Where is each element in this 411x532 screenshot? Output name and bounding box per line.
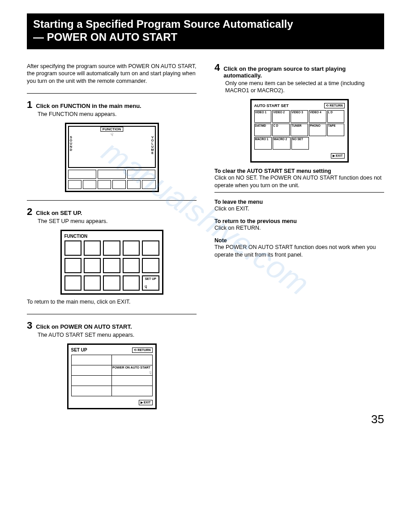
previous-text: Click on RETURN. (214, 224, 384, 232)
step-4-number: 4 (214, 63, 220, 73)
step-4-diagram: AUTO START SET ⟲RETURN VIDEO 1 VIDEO 2 V… (250, 99, 349, 163)
setup-label: SET UP (144, 277, 157, 280)
step-1-number: 1 (27, 100, 32, 110)
source-macro2: MACRO 2 (274, 138, 290, 141)
source-tuner: TUNER (291, 124, 307, 128)
note-heading: Note (214, 237, 384, 244)
function-header: FUNCTION (64, 234, 88, 239)
sound-label: SOUND (69, 136, 73, 151)
step-1: 1 Click on FUNCTION in the main menu. Th… (27, 100, 197, 192)
clear-text: Click on NO SET. The POWER ON AUTO START… (214, 174, 384, 189)
setup-header: SET UP (71, 348, 87, 352)
source-cd: C D (273, 124, 289, 128)
title-line-2: — POWER ON AUTO START (33, 31, 378, 44)
separator (27, 200, 197, 201)
step-4-title: Click on the program source to start pla… (223, 65, 384, 79)
step-3: 3 Click on POWER ON AUTO START. The AUTO… (27, 321, 197, 409)
source-macro1: MACRO 1 (255, 138, 271, 141)
left-column: After specifying the program source with… (27, 63, 197, 417)
step-1-title: Click on FUNCTION in the main menu. (36, 103, 141, 109)
intro-text: After specifying the program source with… (27, 63, 197, 86)
separator (27, 314, 197, 314)
source-tape: TAPE (328, 124, 344, 128)
power-on-auto-start-label: POWER ON AUTO START (112, 366, 152, 369)
clear-heading: To clear the AUTO START SET menu setting (214, 168, 384, 174)
source-video2: VIDEO 2 (273, 111, 289, 114)
separator (214, 192, 384, 193)
separator (27, 93, 197, 94)
step-2-return-text: To return to the main menu, click on EXI… (27, 298, 197, 306)
source-ld: L D (328, 111, 344, 114)
step-3-number: 3 (27, 321, 32, 330)
return-button: ⟲RETURN (324, 103, 344, 108)
step-1-diagram: FUNCTION ☟ SOUND VOLUME (65, 123, 159, 192)
exit-button: ▶EXIT (331, 153, 345, 159)
step-4: 4 Click on the program source to start p… (214, 63, 384, 259)
source-video1: VIDEO 1 (255, 111, 271, 114)
cursor-icon: ☟ (111, 132, 113, 137)
source-video3: VIDEO 3 (291, 111, 307, 114)
cursor-icon: ☟ (149, 371, 151, 375)
step-3-title: Click on POWER ON AUTO START. (36, 323, 132, 330)
previous-heading: To return to the previous menu (214, 218, 384, 224)
step-4-subtitle: Only one menu item can be selected at a … (225, 80, 384, 95)
leave-heading: To leave the menu (214, 199, 384, 205)
step-2-number: 2 (27, 207, 32, 217)
right-column: 4 Click on the program source to start p… (214, 63, 384, 417)
function-label: FUNCTION (100, 127, 123, 132)
return-button: ⟲RETURN (132, 348, 152, 353)
section-title: Starting a Specified Program Source Auto… (27, 13, 384, 49)
step-1-subtitle: The FUNCTION menu appears. (38, 111, 197, 118)
page-number: 35 (371, 412, 384, 426)
volume-label: VOLUME (151, 136, 154, 154)
leave-text: Click on EXIT. (214, 205, 384, 213)
exit-button: ▶EXIT (139, 400, 153, 405)
source-phono: PHONO (310, 124, 325, 128)
step-2-subtitle: The SET UP menu appears. (38, 218, 197, 225)
cursor-icon: ☟ (145, 285, 147, 289)
step-2-diagram: FUNCTION SET UP ☟ (60, 230, 163, 295)
source-noset: NO SET (292, 138, 308, 141)
step-2: 2 Click on SET UP. The SET UP menu appea… (27, 207, 197, 306)
auto-start-set-header: AUTO START SET (254, 103, 289, 108)
step-2-title: Click on SET UP. (36, 210, 82, 216)
source-datmd: DAT/MD (255, 124, 271, 128)
title-line-1: Starting a Specified Program Source Auto… (33, 18, 378, 31)
step-3-diagram: SET UP ⟲RETURN POWER ON AUTO START☟ ▶EXI… (67, 343, 157, 409)
note-text: The POWER ON AUTO START function does no… (214, 244, 384, 259)
step-3-subtitle: The AUTO START SET menu appears. (38, 331, 197, 339)
source-video4: VIDEO 4 (310, 111, 325, 114)
